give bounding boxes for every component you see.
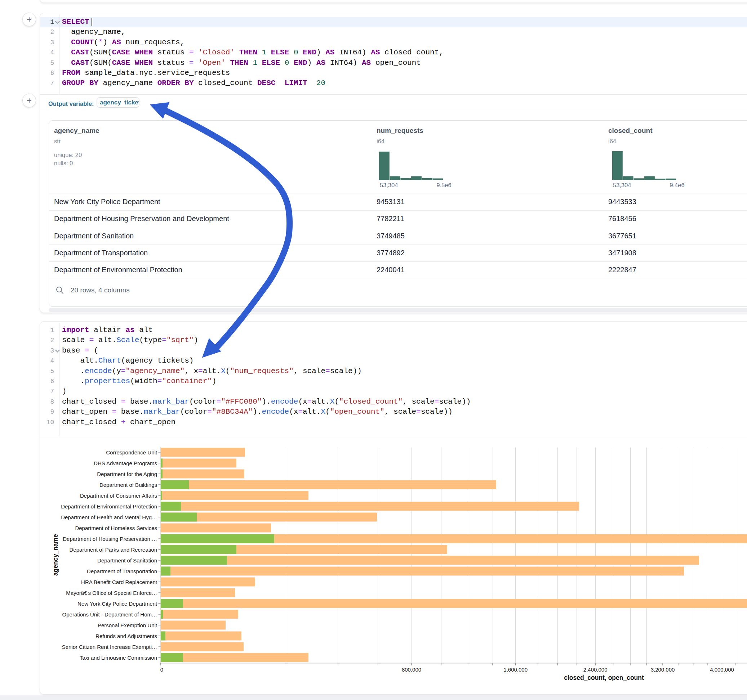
svg-text:Department of Consumer Affairs: Department of Consumer Affairs — [80, 493, 157, 499]
svg-text:Taxi and Limousine Commission: Taxi and Limousine Commission — [80, 655, 157, 661]
svg-text:agency_name: agency_name — [52, 534, 59, 576]
svg-text:Department of Housing Preserva: Department of Housing Preservation … — [63, 536, 157, 542]
svg-text:New York City Police Departmen: New York City Police Department — [77, 600, 157, 607]
svg-text:Department of Buildings: Department of Buildings — [100, 482, 157, 488]
svg-text:1,600,000: 1,600,000 — [504, 667, 528, 673]
svg-text:800,000: 800,000 — [402, 667, 421, 673]
svg-text:0: 0 — [160, 667, 163, 673]
svg-text:Operations Unit - Department o: Operations Unit - Department of Hom… — [62, 611, 157, 617]
svg-text:Department of Parks and Recrea: Department of Parks and Recreation — [70, 547, 157, 553]
svg-text:closed_count, open_count: closed_count, open_count — [564, 674, 644, 681]
svg-text:3,200,000: 3,200,000 — [651, 667, 675, 673]
svg-text:Department of Homeless Service: Department of Homeless Services — [75, 525, 157, 531]
svg-text:Department of Environmental Pr: Department of Environmental Protection — [61, 503, 157, 510]
svg-text:Department of Transportation: Department of Transportation — [87, 568, 157, 574]
svg-text:Correspondence Unit: Correspondence Unit — [106, 450, 157, 456]
svg-text:Personal Exemption Unit: Personal Exemption Unit — [98, 622, 157, 628]
svg-text:2,400,000: 2,400,000 — [584, 667, 608, 673]
svg-text:4,000,000: 4,000,000 — [710, 667, 734, 673]
svg-text:Department for the Aging: Department for the Aging — [97, 471, 157, 477]
svg-text:DHS Advantage Programs: DHS Advantage Programs — [94, 460, 157, 466]
svg-text:Department of Sanitation: Department of Sanitation — [97, 557, 157, 564]
svg-text:Department of Health and Menta: Department of Health and Mental Hyg… — [61, 514, 157, 520]
svg-text:Mayorâ€ s Office of Special En: Mayorâ€ s Office of Special Enforce… — [66, 590, 157, 596]
svg-text:Refunds and Adjustments: Refunds and Adjustments — [95, 633, 157, 639]
svg-text:Senior Citizen Rent Increase E: Senior Citizen Rent Increase Exempti… — [62, 644, 157, 650]
svg-text:HRA Benefit Card Replacement: HRA Benefit Card Replacement — [81, 579, 157, 585]
